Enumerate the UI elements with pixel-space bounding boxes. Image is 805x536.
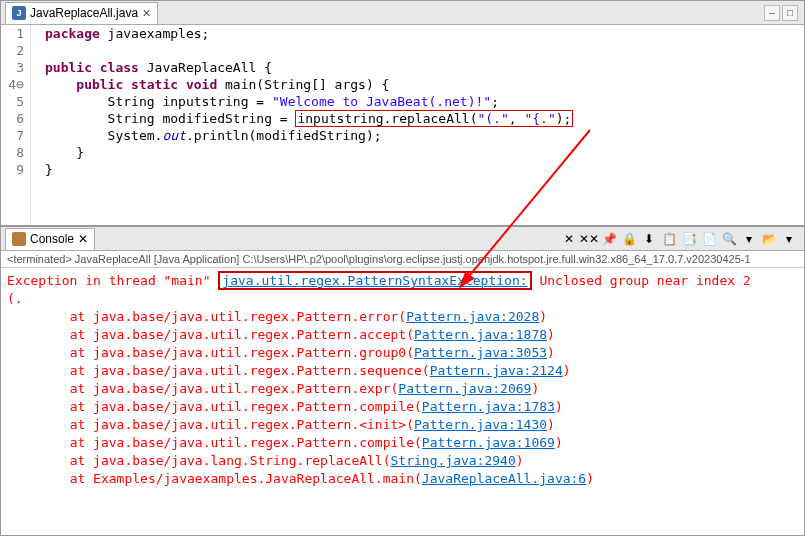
- console-toolbar-btn-6[interactable]: 📑: [680, 230, 698, 248]
- maximize-view-icon[interactable]: □: [782, 5, 798, 21]
- code-line[interactable]: System.out.println(modifiedString);: [45, 127, 804, 144]
- stack-source-link[interactable]: Pattern.java:1878: [414, 327, 547, 342]
- line-number: 8: [1, 144, 24, 161]
- console-toolbar-btn-3[interactable]: 🔒: [620, 230, 638, 248]
- terminated-status: <terminated> JavaReplaceAll [Java Applic…: [1, 251, 804, 268]
- stack-frame: at java.base/java.util.regex.Pattern.<in…: [7, 416, 798, 434]
- console-output[interactable]: Exception in thread "main" java.util.reg…: [1, 268, 804, 492]
- stack-source-link[interactable]: JavaReplaceAll.java:6: [422, 471, 586, 486]
- code-line[interactable]: String modifiedString = inputstring.repl…: [45, 110, 804, 127]
- console-toolbar-btn-10[interactable]: 📂: [760, 230, 778, 248]
- stack-frame: at java.base/java.util.regex.Pattern.seq…: [7, 362, 798, 380]
- close-tab-icon[interactable]: ✕: [142, 7, 151, 20]
- exception-detail: (.: [7, 290, 798, 308]
- error-highlight-box: inputstring.replaceAll("(.", "{.");: [295, 110, 573, 127]
- stack-frame: at java.base/java.util.regex.Pattern.gro…: [7, 344, 798, 362]
- code-line[interactable]: public class JavaReplaceAll {: [45, 59, 804, 76]
- code-line[interactable]: }: [45, 161, 804, 178]
- fold-marker-gutter: [31, 25, 41, 225]
- console-toolbar: ✕✕✕📌🔒⬇📋📑📄🔍▾📂▾: [560, 230, 804, 248]
- line-number: 6: [1, 110, 24, 127]
- console-tab[interactable]: Console ✕: [5, 228, 95, 250]
- console-toolbar-btn-8[interactable]: 🔍: [720, 230, 738, 248]
- code-line[interactable]: String inputstring = "Welcome to JavaBea…: [45, 93, 804, 110]
- java-file-icon: J: [12, 6, 26, 20]
- stack-frame: at Examples/javaexamples.JavaReplaceAll.…: [7, 470, 798, 488]
- line-number: 7: [1, 127, 24, 144]
- line-number: 1: [1, 25, 24, 42]
- code-editor[interactable]: 1234⊖56789 package javaexamples;public c…: [1, 25, 804, 225]
- console-tabbar: Console ✕ ✕✕✕📌🔒⬇📋📑📄🔍▾📂▾: [1, 227, 804, 251]
- console-panel: Console ✕ ✕✕✕📌🔒⬇📋📑📄🔍▾📂▾ <terminated> Jav…: [1, 225, 804, 492]
- console-toolbar-btn-5[interactable]: 📋: [660, 230, 678, 248]
- code-line[interactable]: public static void main(String[] args) {: [45, 76, 804, 93]
- exception-class-link[interactable]: java.util.regex.PatternSyntaxException:: [222, 273, 527, 288]
- console-toolbar-btn-1[interactable]: ✕✕: [580, 230, 598, 248]
- code-line[interactable]: }: [45, 144, 804, 161]
- stack-source-link[interactable]: Pattern.java:2069: [398, 381, 531, 396]
- stack-frame: at java.base/java.util.regex.Pattern.com…: [7, 434, 798, 452]
- stack-frame: at java.base/java.util.regex.Pattern.exp…: [7, 380, 798, 398]
- exception-prefix: Exception in thread "main": [7, 273, 218, 288]
- code-line[interactable]: package javaexamples;: [45, 25, 804, 42]
- editor-tabbar: J JavaReplaceAll.java ✕ – □: [1, 1, 804, 25]
- line-number: 5: [1, 93, 24, 110]
- stack-frame: at java.base/java.util.regex.Pattern.err…: [7, 308, 798, 326]
- console-toolbar-btn-7[interactable]: 📄: [700, 230, 718, 248]
- stack-frame: at java.base/java.util.regex.Pattern.com…: [7, 398, 798, 416]
- console-tab-label: Console: [30, 232, 74, 246]
- line-number: 9: [1, 161, 24, 178]
- line-number: 3: [1, 59, 24, 76]
- line-number: 4⊖: [1, 76, 24, 93]
- editor-tab-label: JavaReplaceAll.java: [30, 6, 138, 20]
- stack-source-link[interactable]: Pattern.java:1783: [422, 399, 555, 414]
- stack-source-link[interactable]: Pattern.java:2028: [406, 309, 539, 324]
- minimize-view-icon[interactable]: –: [764, 5, 780, 21]
- stack-source-link[interactable]: String.java:2940: [391, 453, 516, 468]
- console-icon: [12, 232, 26, 246]
- console-toolbar-btn-9[interactable]: ▾: [740, 230, 758, 248]
- editor-tab[interactable]: J JavaReplaceAll.java ✕: [5, 2, 158, 24]
- stack-frame: at java.base/java.lang.String.replaceAll…: [7, 452, 798, 470]
- line-number: 2: [1, 42, 24, 59]
- console-toolbar-btn-4[interactable]: ⬇: [640, 230, 658, 248]
- console-toolbar-btn-2[interactable]: 📌: [600, 230, 618, 248]
- stack-source-link[interactable]: Pattern.java:3053: [414, 345, 547, 360]
- console-toolbar-btn-0[interactable]: ✕: [560, 230, 578, 248]
- close-console-icon[interactable]: ✕: [78, 232, 88, 246]
- code-body[interactable]: package javaexamples;public class JavaRe…: [41, 25, 804, 225]
- code-line[interactable]: [45, 42, 804, 59]
- stack-frame: at java.base/java.util.regex.Pattern.acc…: [7, 326, 798, 344]
- exception-msg: Unclosed group near index 2: [532, 273, 751, 288]
- stack-source-link[interactable]: Pattern.java:2124: [430, 363, 563, 378]
- stack-source-link[interactable]: Pattern.java:1430: [414, 417, 547, 432]
- console-toolbar-btn-11[interactable]: ▾: [780, 230, 798, 248]
- stack-source-link[interactable]: Pattern.java:1069: [422, 435, 555, 450]
- line-number-gutter: 1234⊖56789: [1, 25, 31, 225]
